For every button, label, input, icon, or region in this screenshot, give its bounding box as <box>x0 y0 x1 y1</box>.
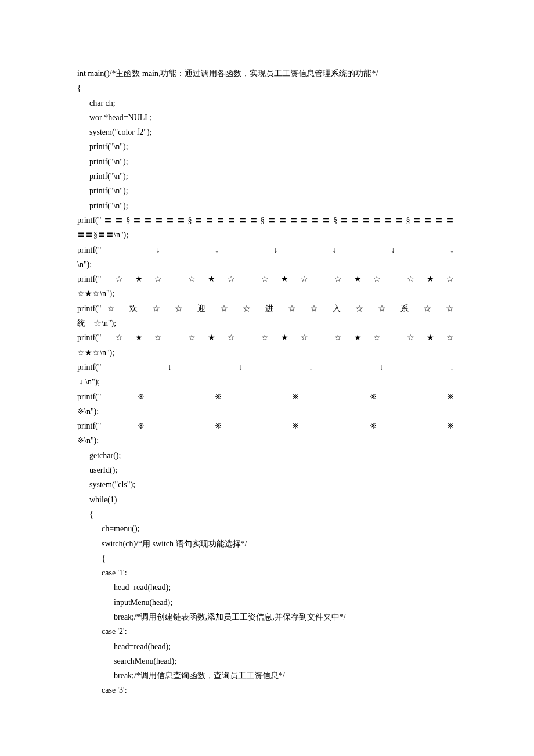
code-line: break;/*调用创建链表函数,添加员工工资信息,并保存到文件夹中*/ <box>77 610 454 624</box>
code-line: printf("\n"); <box>77 183 454 198</box>
code-line: printf(" ※ ※ ※ ※ ※ <box>77 390 454 404</box>
code-line: searchMenu(head); <box>77 654 454 668</box>
code-line: printf("\n"); <box>77 199 454 213</box>
code-line: userId(); <box>77 463 454 477</box>
code-line: int main()/*主函数 main,功能：通过调用各函数，实现员工工资信息… <box>77 66 454 81</box>
code-line: case '2': <box>77 624 454 639</box>
code-line: head=read(head); <box>77 580 454 595</box>
code-line: switch(ch)/*用 switch 语句实现功能选择*/ <box>77 537 454 551</box>
code-line: system("color f2"); <box>77 125 454 139</box>
code-line: head=read(head); <box>77 639 454 654</box>
code-line: 统 ☆\n"); <box>77 316 454 330</box>
code-line: printf("\n"); <box>77 169 454 183</box>
code-line: printf(" ↓ ↓ ↓ ↓ ↓ ↓ <box>77 243 454 257</box>
code-line: break;/*调用信息查询函数，查询员工工资信息*/ <box>77 668 454 683</box>
code-line: printf("\n"); <box>77 154 454 169</box>
code-line: printf(" ☆★☆ ☆★☆ ☆★☆ ☆★☆ ☆★☆ <box>77 272 454 286</box>
code-line: while(1) <box>77 492 454 507</box>
code-line: printf(" ↓ ↓ ↓ ↓ ↓ <box>77 360 454 375</box>
code-line: ↓ \n"); <box>77 375 454 389</box>
code-line: inputMenu(head); <box>77 595 454 610</box>
code-line: printf(" ☆★☆ ☆★☆ ☆★☆ ☆★☆ ☆★☆ <box>77 330 454 345</box>
code-line: case '1': <box>77 566 454 580</box>
code-line: printf(" ※ ※ ※ ※ ※ <box>77 419 454 433</box>
code-line: printf("〓〓§〓〓〓〓〓§〓〓〓〓〓〓§〓〓〓〓〓〓§〓〓〓〓〓〓§〓〓… <box>77 213 454 228</box>
code-line: printf("☆ 欢 ☆ ☆ 迎 ☆ ☆ 进 ☆ ☆ 入 ☆ ☆ 系 ☆ ☆ <box>77 301 454 316</box>
code-line: printf("\n"); <box>77 139 454 154</box>
code-line: system("cls"); <box>77 477 454 492</box>
code-line: { <box>77 551 454 566</box>
code-line: case '3': <box>77 683 454 697</box>
code-line: ☆★☆\n"); <box>77 345 454 360</box>
code-line: \n"); <box>77 257 454 272</box>
document-page: int main()/*主函数 main,功能：通过调用各函数，实现员工工资信息… <box>0 0 534 756</box>
code-line: { <box>77 81 454 95</box>
code-line: ☆★☆\n"); <box>77 286 454 301</box>
code-line: ch=menu(); <box>77 521 454 536</box>
code-line: { <box>77 507 454 521</box>
code-line: wor *head=NULL; <box>77 110 454 125</box>
code-line: char ch; <box>77 96 454 110</box>
code-line: ※\n"); <box>77 404 454 419</box>
code-line: 〓〓§〓〓\n"); <box>77 228 454 242</box>
code-line: getchar(); <box>77 448 454 463</box>
code-line: ※\n"); <box>77 433 454 448</box>
